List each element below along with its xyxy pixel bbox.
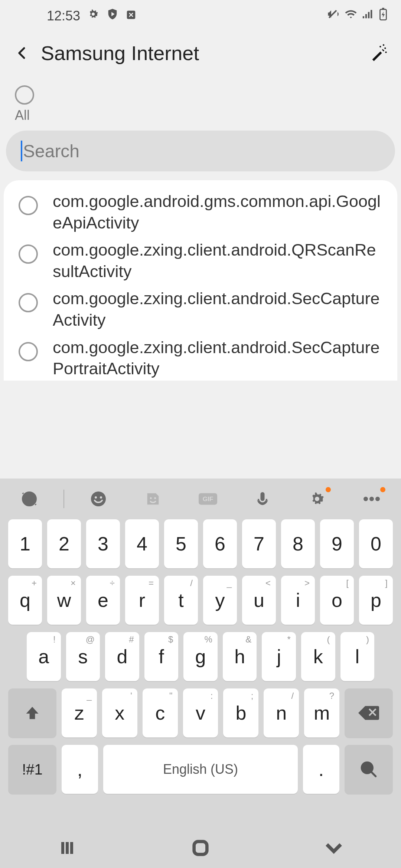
list-item[interactable]: com.google.zxing.client.android.SecCaptu… (4, 334, 397, 381)
svg-point-18 (375, 497, 380, 501)
list-item[interactable]: com.google.android.gms.common.api.Google… (4, 188, 397, 236)
key-b[interactable]: ;b (223, 688, 258, 737)
key-k[interactable]: (k (301, 632, 335, 681)
search-input[interactable] (23, 141, 380, 161)
backspace-key[interactable] (345, 688, 393, 737)
key-y[interactable]: _y (203, 576, 237, 625)
app-header: Samsung Internet (0, 32, 401, 74)
key-r[interactable]: =r (125, 576, 159, 625)
keyboard-hide-button[interactable] (323, 841, 344, 857)
vibrate-mute-icon (327, 8, 340, 24)
key-d[interactable]: #d (105, 632, 139, 681)
search-action-key[interactable] (345, 745, 393, 794)
svg-point-16 (363, 497, 368, 501)
key-p[interactable]: ]p (359, 576, 393, 625)
notification-dot (326, 487, 331, 492)
svg-point-5 (383, 44, 384, 46)
key-v[interactable]: :v (183, 688, 218, 737)
key-3[interactable]: 3 (86, 519, 120, 568)
toolbar-separator (63, 490, 64, 508)
keyboard-row-qwerty: +q ×w ÷e =r /t _y <u >i [o ]p (8, 576, 393, 625)
wifi-icon (345, 8, 357, 24)
key-c[interactable]: "c (143, 688, 178, 737)
system-nav-bar (0, 829, 401, 868)
search-field-container[interactable] (6, 131, 395, 171)
svg-line-20 (371, 772, 376, 776)
svg-point-12 (150, 497, 152, 499)
key-2[interactable]: 2 (47, 519, 81, 568)
list-item-radio[interactable] (19, 293, 38, 312)
key-7[interactable]: 7 (242, 519, 276, 568)
recents-button[interactable] (57, 839, 78, 858)
key-s[interactable]: @s (66, 632, 100, 681)
card-x-icon (125, 8, 137, 24)
svg-point-10 (95, 496, 97, 499)
key-a[interactable]: !a (27, 632, 61, 681)
key-t[interactable]: /t (164, 576, 198, 625)
shield-play-icon (106, 8, 119, 24)
keyboard-settings-icon[interactable] (297, 484, 338, 514)
key-n[interactable]: /n (264, 688, 299, 737)
key-0[interactable]: 0 (359, 519, 393, 568)
list-item-radio[interactable] (19, 196, 38, 215)
activity-list: com.google.android.gms.common.api.Google… (4, 180, 397, 381)
magic-wand-button[interactable] (368, 42, 390, 64)
key-8[interactable]: 8 (281, 519, 315, 568)
home-button[interactable] (191, 838, 210, 859)
svg-point-11 (100, 496, 102, 499)
period-key[interactable]: . (303, 745, 339, 794)
comma-key[interactable]: , (62, 745, 98, 794)
svg-point-4 (384, 47, 386, 49)
settings-icon (87, 8, 100, 24)
keyboard-more-icon[interactable] (351, 484, 392, 514)
svg-point-6 (385, 51, 387, 53)
key-g[interactable]: %g (183, 632, 218, 681)
key-o[interactable]: [o (320, 576, 354, 625)
keyboard-toolbar: T GIF (0, 479, 401, 519)
gif-icon[interactable]: GIF (188, 484, 228, 514)
voice-input-icon[interactable] (242, 484, 283, 514)
list-item-label: com.google.zxing.client.android.SecCaptu… (53, 337, 382, 379)
list-item[interactable]: com.google.zxing.client.android.SecCaptu… (4, 285, 397, 333)
key-e[interactable]: ÷e (86, 576, 120, 625)
svg-point-9 (91, 491, 106, 506)
sticker-icon[interactable] (133, 484, 173, 514)
text-assist-icon[interactable]: T (9, 484, 50, 514)
page-title: Samsung Internet (41, 42, 199, 65)
spacebar-key[interactable]: English (US) (103, 745, 298, 794)
status-time: 12:53 (47, 8, 80, 24)
list-item-radio[interactable] (19, 244, 38, 264)
select-all-radio[interactable] (15, 85, 34, 105)
back-button[interactable] (11, 42, 33, 64)
key-i[interactable]: >i (281, 576, 315, 625)
key-w[interactable]: ×w (47, 576, 81, 625)
text-cursor (21, 141, 22, 161)
svg-point-17 (369, 497, 374, 501)
symbols-key[interactable]: !#1 (8, 745, 56, 794)
key-l[interactable]: )l (340, 632, 375, 681)
shift-key[interactable] (8, 688, 56, 737)
select-all-section: All (0, 74, 401, 127)
list-item[interactable]: com.google.zxing.client.android.QRScanRe… (4, 236, 397, 285)
key-x[interactable]: 'x (102, 688, 137, 737)
key-u[interactable]: <u (242, 576, 276, 625)
key-f[interactable]: $f (144, 632, 179, 681)
key-1[interactable]: 1 (8, 519, 42, 568)
key-m[interactable]: ?m (304, 688, 339, 737)
signal-icon (362, 8, 374, 24)
list-item-radio[interactable] (19, 342, 38, 361)
key-9[interactable]: 9 (320, 519, 354, 568)
key-5[interactable]: 5 (164, 519, 198, 568)
svg-text:GIF: GIF (202, 495, 213, 503)
emoji-icon[interactable] (78, 484, 119, 514)
svg-point-13 (154, 497, 156, 499)
key-j[interactable]: *j (262, 632, 296, 681)
keyboard-row-zxcv: _z 'x "c :v ;b /n ?m (8, 688, 393, 737)
key-4[interactable]: 4 (125, 519, 159, 568)
list-item-label: com.google.zxing.client.android.SecCaptu… (53, 288, 382, 331)
battery-icon (379, 8, 388, 24)
key-h[interactable]: &h (223, 632, 257, 681)
key-6[interactable]: 6 (203, 519, 237, 568)
key-q[interactable]: +q (8, 576, 42, 625)
key-z[interactable]: _z (62, 688, 97, 737)
